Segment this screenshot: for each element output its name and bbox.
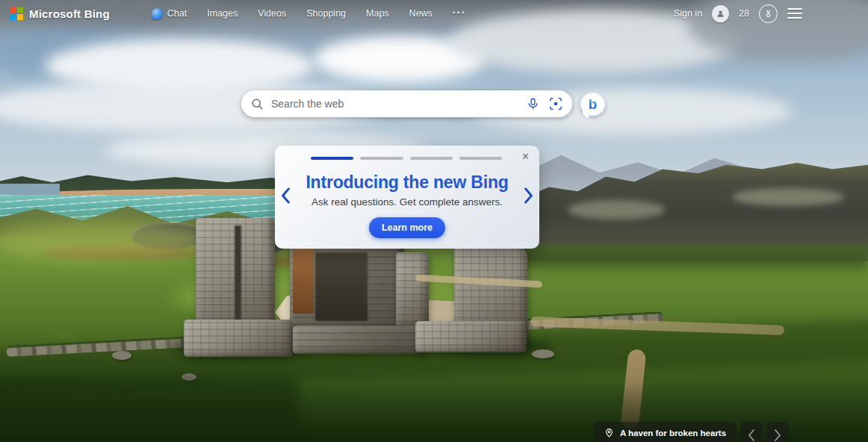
- search-box[interactable]: [241, 90, 572, 117]
- carousel-bar[interactable]: [410, 157, 453, 160]
- carousel-progress: [311, 157, 502, 160]
- microsoft-logo-icon: [10, 7, 23, 20]
- previous-image-button[interactable]: [740, 422, 763, 442]
- hamburger-menu-icon[interactable]: [787, 8, 802, 19]
- promo-card: ✕ Introducing the new Bing Ask real ques…: [275, 146, 539, 249]
- image-caption-area: A haven for broken hearts: [594, 422, 789, 442]
- carousel-prev-button[interactable]: [281, 187, 291, 204]
- carousel-next-button[interactable]: [524, 187, 533, 204]
- bing-homepage: Microsoft Bing Chat Images Videos Shoppi…: [0, 0, 868, 442]
- search-icon: [251, 98, 264, 110]
- chevron-left-icon: [281, 187, 291, 204]
- primary-nav: Chat Images Videos Shopping Maps News ••…: [152, 8, 467, 19]
- bing-chat-icon: [152, 8, 163, 19]
- visual-search-button[interactable]: [549, 97, 562, 110]
- scattered-rock: [532, 349, 554, 358]
- microphone-icon: [527, 98, 539, 110]
- carousel-bar-active[interactable]: [311, 157, 353, 160]
- carousel-bar[interactable]: [459, 157, 502, 160]
- top-navigation-bar: Microsoft Bing Chat Images Videos Shoppi…: [0, 0, 868, 27]
- ruin-foundation: [184, 320, 293, 357]
- logo-text: Microsoft Bing: [29, 7, 110, 20]
- account-area: Sign in 28: [674, 0, 802, 27]
- chevron-right-icon: [774, 429, 781, 441]
- learn-more-button[interactable]: Learn more: [369, 217, 445, 238]
- search-input[interactable]: [271, 98, 519, 110]
- ridge-highlight: [568, 200, 665, 220]
- rewards-button[interactable]: [759, 4, 778, 23]
- microsoft-bing-logo[interactable]: Microsoft Bing: [10, 7, 110, 20]
- search-area: b: [241, 90, 606, 117]
- ruin-crevice: [235, 225, 241, 330]
- ruin-wall-center: [290, 239, 403, 332]
- avatar[interactable]: [712, 5, 729, 22]
- more-dots-icon: •••: [453, 9, 466, 18]
- nav-item-shopping[interactable]: Shopping: [306, 8, 346, 19]
- nav-item-images[interactable]: Images: [207, 8, 238, 19]
- image-caption-text: A haven for broken hearts: [620, 428, 726, 438]
- nav-item-news[interactable]: News: [409, 8, 433, 19]
- close-icon[interactable]: ✕: [519, 149, 532, 164]
- carousel-bar[interactable]: [360, 157, 403, 160]
- bing-b-logo-icon: b: [589, 97, 598, 111]
- next-image-button[interactable]: [766, 422, 789, 442]
- image-caption-chip[interactable]: A haven for broken hearts: [594, 422, 737, 442]
- voice-search-button[interactable]: [527, 98, 539, 110]
- promo-subtitle: Ask real questions. Get complete answers…: [275, 196, 539, 208]
- chevron-right-icon: [524, 187, 533, 204]
- ruin-door-jamb: [293, 249, 314, 314]
- ridge-shadow: [523, 246, 868, 269]
- ruin-foundation: [415, 321, 526, 352]
- nav-item-maps[interactable]: Maps: [366, 8, 389, 19]
- ridge-highlight: [732, 188, 844, 206]
- promo-title: Introducing the new Bing: [275, 172, 539, 193]
- person-icon: [716, 9, 725, 19]
- chevron-left-icon: [748, 429, 755, 441]
- nav-item-more[interactable]: •••: [453, 9, 466, 18]
- ruin-door-opening: [315, 252, 368, 321]
- camera-visual-search-icon: [549, 97, 562, 110]
- nav-item-chat[interactable]: Chat: [152, 8, 187, 19]
- search-box-icons: [527, 97, 562, 110]
- bing-chat-bubble-button[interactable]: b: [580, 92, 606, 116]
- ruin-wall-right: [396, 252, 429, 329]
- scattered-rock: [112, 351, 131, 360]
- nav-item-videos[interactable]: Videos: [258, 8, 286, 19]
- rewards-medal-icon: [763, 9, 773, 19]
- rewards-points-count: 28: [739, 8, 749, 19]
- ruin-foundation: [293, 326, 426, 354]
- location-pin-icon: [604, 428, 614, 438]
- sign-in-link[interactable]: Sign in: [674, 8, 702, 19]
